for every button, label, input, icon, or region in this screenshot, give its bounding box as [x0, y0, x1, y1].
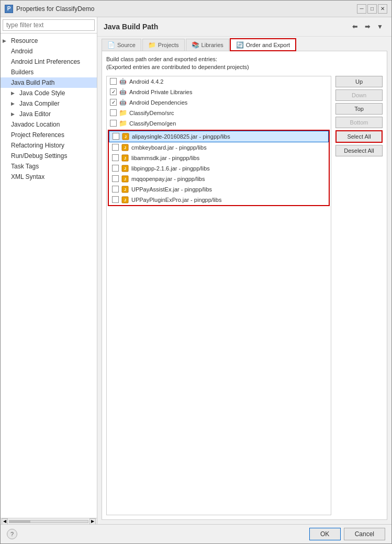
down-button[interactable]: Down: [335, 89, 383, 101]
scroll-track[interactable]: [9, 520, 88, 523]
checkbox-libpingpp[interactable]: [112, 165, 119, 172]
tab-order-and-export[interactable]: 🔄 Order and Export: [230, 39, 296, 51]
sidebar-item-android-lint[interactable]: Android Lint Preferences: [1, 56, 97, 67]
checkbox-uppayplugineexpro[interactable]: [112, 196, 119, 203]
forward-icon[interactable]: ➡: [362, 21, 373, 32]
close-button[interactable]: ✕: [378, 4, 387, 14]
deselect-all-button[interactable]: Deselect All: [335, 145, 383, 156]
entry-classifydemo-src[interactable]: 📁 ClassifyDemo/src: [107, 108, 331, 118]
sidebar-item-label: Run/Debug Settings: [11, 152, 67, 160]
jar-icon: J: [121, 143, 129, 152]
sidebar-item-label: Task Tags: [11, 163, 39, 170]
maximize-button[interactable]: □: [367, 4, 377, 14]
sidebar-item-resource[interactable]: ▶ Resource: [1, 36, 97, 46]
checkbox-alipaysingle[interactable]: [113, 133, 119, 140]
tab-projects[interactable]: 📁 Projects: [142, 39, 185, 51]
entry-android-442[interactable]: 🤖 Android 4.4.2: [107, 76, 331, 87]
sidebar-item-xml-syntax[interactable]: XML Syntax: [1, 172, 97, 182]
checkbox-android-dependencies[interactable]: [110, 99, 117, 106]
entry-classifydemo-gen[interactable]: 📁 ClassifyDemo/gen: [107, 118, 331, 129]
checkbox-cmbkeyboard[interactable]: [112, 144, 119, 151]
tab-label-projects: Projects: [158, 42, 179, 48]
desc-line1: Build class path order and exported entr…: [106, 55, 383, 63]
checkbox-classifydemo-src[interactable]: [110, 109, 117, 116]
entry-label: UPPayPluginExPro.jar - pingpp/libs: [131, 197, 221, 203]
entry-cmbkeyboard[interactable]: J cmbkeyboard.jar - pingpp/libs: [109, 142, 329, 153]
svg-text:J: J: [124, 156, 126, 160]
sidebar-item-label: Java Editor: [19, 110, 51, 118]
sidebar-item-label: Project References: [11, 131, 64, 139]
checkbox-mqqopenpay[interactable]: [112, 175, 119, 182]
entry-libpingpp[interactable]: J libpingpp-2.1.6.jar - pingpp/libs: [109, 163, 329, 174]
right-panel: Java Build Path ⬅ ➡ ▼ 📄 Source 📁 Project…: [97, 17, 391, 524]
tabs-bar: 📄 Source 📁 Projects 📚 Libraries 🔄 Order …: [97, 37, 391, 51]
title-bar: P Properties for ClassifyDemo ─ □ ✕: [1, 1, 391, 17]
sidebar-item-java-build-path[interactable]: Java Build Path: [1, 77, 97, 88]
tab-source[interactable]: 📄 Source: [102, 39, 141, 51]
entry-libammsdk[interactable]: J libammsdk.jar - pingpp/libs: [109, 153, 329, 163]
desc-line2: (Exported entries are contributed to dep…: [106, 63, 383, 71]
sidebar-item-label: Java Compiler: [19, 100, 60, 107]
bottom-button[interactable]: Bottom: [335, 117, 383, 128]
sidebar-item-refactoring-history[interactable]: Refactoring History: [1, 140, 97, 151]
help-button[interactable]: ?: [7, 529, 17, 539]
scroll-right[interactable]: ▶: [89, 518, 96, 525]
tab-label-libraries: Libraries: [201, 42, 223, 48]
entry-label: ClassifyDemo/gen: [129, 120, 176, 127]
sidebar-item-java-compiler[interactable]: ▶ Java Compiler: [1, 98, 97, 109]
sidebar-item-task-tags[interactable]: Task Tags: [1, 161, 97, 172]
checkbox-android-private-libs[interactable]: [110, 88, 117, 95]
checkbox-uppayassistex[interactable]: [112, 186, 119, 192]
tab-label-source: Source: [117, 42, 136, 48]
scroll-left[interactable]: ◀: [2, 518, 8, 525]
minimize-button[interactable]: ─: [357, 4, 366, 14]
svg-text:J: J: [124, 188, 126, 191]
entry-label: mqqopenpay.jar - pingpp/libs: [131, 176, 205, 182]
sidebar-item-run-debug[interactable]: Run/Debug Settings: [1, 151, 97, 161]
jar-icon: J: [121, 175, 129, 183]
sidebar-item-builders[interactable]: Builders: [1, 67, 97, 77]
tab-label-order-export: Order and Export: [246, 42, 290, 48]
tab-libraries[interactable]: 📚 Libraries: [186, 39, 229, 51]
sidebar-item-project-references[interactable]: Project References: [1, 130, 97, 140]
sidebar-item-java-code-style[interactable]: ▶ Java Code Style: [1, 88, 97, 98]
folder-gen-icon: 📁: [119, 119, 127, 128]
highlighted-jar-group: J alipaysingle-20160825.jar - pingpp/lib…: [108, 130, 330, 206]
svg-text:J: J: [125, 135, 127, 139]
checkbox-classifydemo-gen[interactable]: [110, 120, 117, 127]
svg-text:J: J: [124, 198, 126, 202]
entry-label: Android Dependencies: [129, 99, 187, 106]
entry-alipaysingle[interactable]: J alipaysingle-20160825.jar - pingpp/lib…: [109, 131, 329, 142]
select-all-button[interactable]: Select All: [335, 130, 383, 143]
entry-uppayassistex[interactable]: J UPPayAssistEx.jar - pingpp/libs: [109, 184, 329, 195]
entry-android-dependencies[interactable]: 🤖 Android Dependencies: [107, 97, 331, 108]
android-icon: 🤖: [119, 77, 127, 86]
jar-icon: J: [121, 164, 129, 173]
checkbox-android-442[interactable]: [110, 78, 117, 85]
entry-android-private-libs[interactable]: 🤖 Android Private Libraries: [107, 87, 331, 97]
ok-button[interactable]: OK: [309, 528, 341, 540]
sidebar-item-android[interactable]: Android: [1, 46, 97, 56]
order-export-icon: 🔄: [236, 41, 244, 49]
main-content: ▶ Resource Android Android Lint Preferen…: [1, 17, 391, 524]
jar-icon: J: [121, 196, 129, 204]
right-panel-header: Java Build Path ⬅ ➡ ▼: [97, 17, 391, 37]
cancel-button[interactable]: Cancel: [344, 528, 385, 540]
android-libs-icon: 🤖: [119, 88, 127, 96]
entry-uppayplugineexpro[interactable]: J UPPayPluginExPro.jar - pingpp/libs: [109, 195, 329, 205]
sidebar-item-javadoc-location[interactable]: Javadoc Location: [1, 119, 97, 130]
top-button[interactable]: Top: [335, 103, 383, 115]
checkbox-libammsdk[interactable]: [112, 154, 119, 161]
up-button[interactable]: Up: [335, 76, 383, 87]
expand-arrow: ▶: [11, 90, 17, 96]
back-icon[interactable]: ⬅: [350, 21, 360, 32]
sidebar-item-label: Refactoring History: [11, 142, 64, 149]
sidebar-item-label: Builders: [11, 69, 33, 76]
sidebar-item-java-editor[interactable]: ▶ Java Editor: [1, 109, 97, 119]
dropdown-icon[interactable]: ▼: [375, 21, 385, 32]
entry-mqqopenpay[interactable]: J mqqopenpay.jar - pingpp/libs: [109, 174, 329, 184]
filter-input[interactable]: [3, 19, 95, 31]
left-panel-scrollbar[interactable]: ◀ ▶: [1, 518, 97, 524]
expand-arrow: ▶: [11, 111, 17, 117]
expand-arrow: ▶: [11, 101, 17, 106]
